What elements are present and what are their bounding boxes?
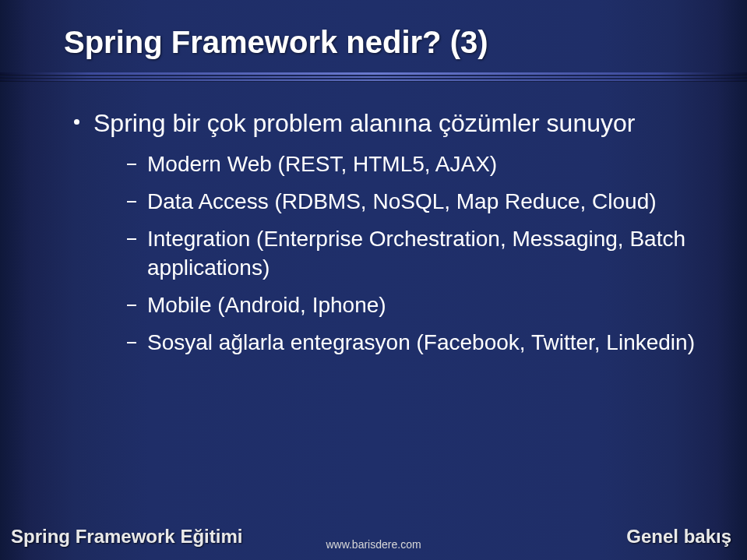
sub-text: Sosyal ağlarla entegrasyon (Facebook, Tw… xyxy=(147,328,695,357)
slide-content: Spring bir çok problem alanına çözümler … xyxy=(74,107,700,365)
slide-title: Spring Framework nedir? (3) xyxy=(64,25,488,60)
sub-text: Mobile (Android, Iphone) xyxy=(147,291,386,320)
bullet-item: Spring bir çok problem alanına çözümler … xyxy=(74,107,700,139)
sub-item: Data Access (RDBMS, NoSQL, Map Reduce, C… xyxy=(127,187,700,217)
dash-icon xyxy=(127,305,136,306)
bullet-text: Spring bir çok problem alanına çözümler … xyxy=(93,107,635,139)
sub-text: Data Access (RDBMS, NoSQL, Map Reduce, C… xyxy=(147,187,657,217)
footer-right: Genel bakış xyxy=(626,526,731,548)
sub-text: Modern Web (REST, HTML5, AJAX) xyxy=(147,150,497,179)
dash-icon xyxy=(127,342,136,343)
sub-item: Mobile (Android, Iphone) xyxy=(127,291,700,320)
dash-icon xyxy=(127,164,136,165)
footer-left: Spring Framework Eğitimi xyxy=(11,526,242,548)
sub-item: Sosyal ağlarla entegrasyon (Facebook, Tw… xyxy=(127,328,700,357)
sub-item: Integration (Enterprise Orchestration, M… xyxy=(127,224,700,284)
sub-text: Integration (Enterprise Orchestration, M… xyxy=(147,224,700,284)
dash-icon xyxy=(127,238,136,240)
sub-list: Modern Web (REST, HTML5, AJAX) Data Acce… xyxy=(127,150,700,357)
footer-center: www.barisdere.com xyxy=(326,538,421,551)
sub-item: Modern Web (REST, HTML5, AJAX) xyxy=(127,150,700,179)
bullet-dot-icon xyxy=(74,119,79,125)
dash-icon xyxy=(127,201,136,203)
divider-lines xyxy=(0,72,747,83)
